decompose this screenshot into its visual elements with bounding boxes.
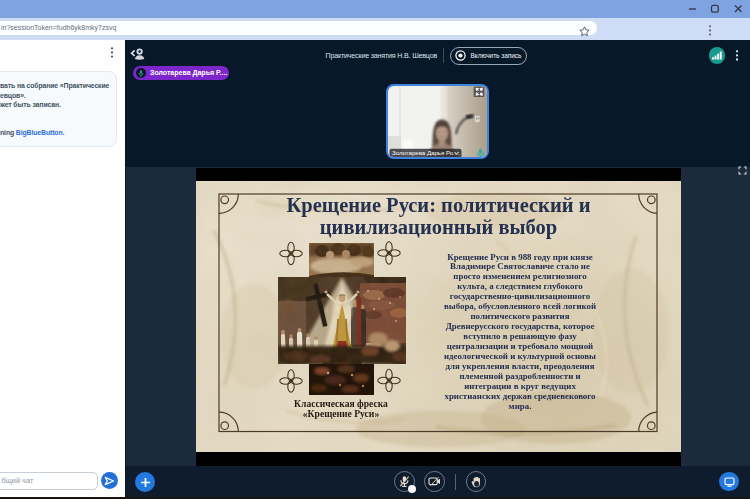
svg-text:Золотарева Дарья Ро....: Золотарева Дарья Ро.... — [392, 149, 460, 156]
